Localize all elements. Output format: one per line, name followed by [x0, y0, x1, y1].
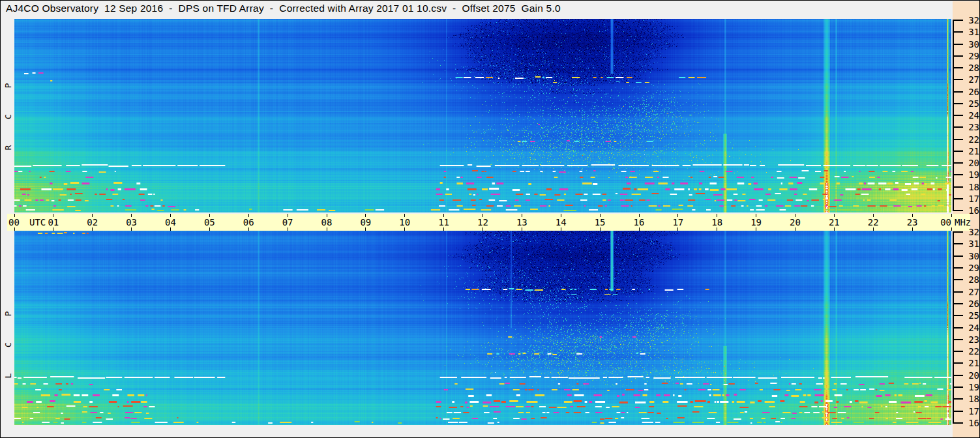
rcp-spectrogram [14, 19, 951, 212]
freq-tick [953, 198, 963, 199]
freq-tick [953, 55, 963, 57]
freq-label: 21 [964, 358, 979, 368]
freq-tick [953, 174, 963, 175]
hour-tick [600, 227, 601, 231]
freq-label: 20 [964, 370, 979, 381]
hour-tick [951, 227, 952, 231]
freq-label: 16 [964, 205, 979, 216]
freq-label: 22 [964, 346, 979, 357]
hour-label: 14 [550, 218, 572, 227]
freq-label: 27 [964, 74, 979, 85]
hour-label: 22 [862, 218, 884, 227]
freq-label: 29 [964, 51, 979, 61]
freq-label: 24 [964, 110, 979, 121]
freq-label: 20 [964, 158, 979, 168]
freq-tick [953, 267, 963, 269]
freq-tick [953, 291, 963, 293]
freq-tick [953, 279, 963, 280]
hour-label: 07 [276, 218, 299, 227]
freq-tick [953, 362, 963, 364]
hour-tick [561, 227, 561, 231]
hour-tick [443, 227, 444, 231]
freq-label: 29 [964, 263, 979, 273]
hour-tick [522, 227, 522, 231]
hour-label: 08 [316, 218, 338, 227]
freq-label: 17 [964, 194, 979, 204]
hour-tick [92, 227, 93, 231]
freq-label: 19 [964, 169, 979, 180]
lcp-spectrogram [14, 231, 951, 425]
freq-tick [953, 339, 963, 340]
hour-tick [717, 227, 717, 231]
freq-tick [953, 31, 963, 33]
hour-tick [248, 227, 249, 231]
freq-tick [953, 303, 963, 304]
hour-label: 03 [121, 218, 143, 227]
utc-unit-label: UTC [29, 218, 46, 227]
freq-label: 19 [964, 382, 979, 392]
freq-tick [953, 44, 963, 45]
hour-label: 15 [589, 218, 611, 227]
freq-tick [953, 210, 963, 211]
freq-label: 26 [964, 299, 979, 309]
freq-label: 23 [964, 334, 979, 345]
hour-tick [209, 227, 210, 231]
hour-label: 23 [901, 218, 923, 227]
freq-tick [953, 256, 963, 257]
hour-tick [365, 227, 366, 231]
freq-tick [953, 375, 963, 376]
freq-label: 28 [964, 63, 979, 73]
page-title: AJ4CO Observatory 12 Sep 2016 - DPS on T… [6, 3, 561, 17]
freq-tick [953, 411, 963, 412]
freq-label: 23 [964, 122, 979, 132]
hour-tick [131, 227, 132, 231]
freq-tick [953, 79, 963, 80]
hour-tick [288, 227, 288, 231]
freq-label: 26 [964, 87, 979, 97]
hour-label: 04 [160, 218, 182, 227]
freq-tick [953, 315, 963, 316]
freq-tick [953, 91, 963, 93]
hour-label: 05 [198, 218, 220, 227]
freq-label: 17 [964, 406, 979, 416]
freq-label: 28 [964, 274, 979, 285]
freq-tick [953, 327, 963, 328]
lcp-panel-label: L C P [3, 300, 13, 378]
freq-label: 21 [964, 146, 979, 156]
freq-tick [953, 103, 963, 104]
hour-label: 20 [784, 218, 807, 227]
hour-tick [14, 227, 15, 231]
hour-tick [483, 227, 483, 231]
freq-label: 18 [964, 182, 979, 192]
hour-tick [795, 227, 795, 231]
freq-label: 18 [964, 394, 979, 404]
hour-label: 17 [667, 218, 689, 227]
hour-tick [170, 227, 171, 231]
freq-label: 32 [964, 227, 979, 237]
hour-tick [639, 227, 640, 231]
hour-label: 21 [823, 218, 845, 227]
hour-label: 13 [511, 218, 533, 227]
hour-tick [53, 227, 53, 231]
freq-tick [953, 231, 963, 233]
freq-tick [953, 351, 963, 352]
freq-tick [953, 115, 963, 116]
freq-label: 31 [964, 27, 979, 37]
hour-label: 19 [745, 218, 767, 227]
freq-tick [953, 243, 963, 244]
hour-label: 11 [433, 218, 455, 227]
freq-tick [953, 126, 963, 128]
freq-label: 25 [964, 98, 979, 109]
hour-tick [834, 227, 835, 231]
freq-tick [953, 139, 963, 140]
freq-tick [953, 162, 963, 164]
freq-tick [953, 387, 963, 388]
freq-tick [953, 186, 963, 188]
freq-tick [953, 151, 963, 152]
freq-tick [953, 20, 963, 21]
hour-tick [873, 227, 874, 231]
freq-label: 25 [964, 310, 979, 321]
hour-label: 06 [237, 218, 260, 227]
freq-label: 32 [964, 15, 979, 25]
spectrograph-window: AJ4CO Observatory 12 Sep 2016 - DPS on T… [0, 0, 980, 438]
